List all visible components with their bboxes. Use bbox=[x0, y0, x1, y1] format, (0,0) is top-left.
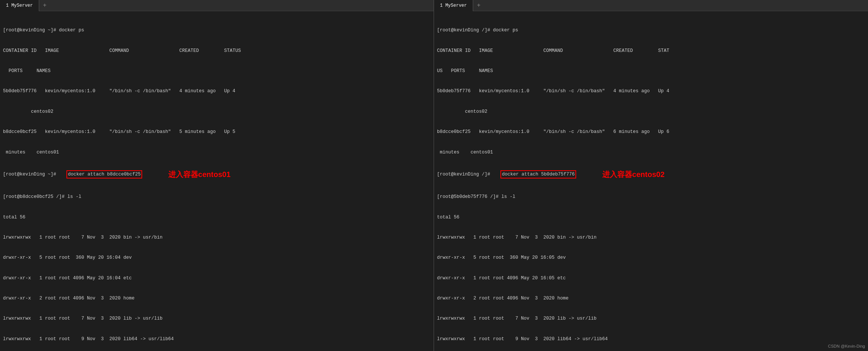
r-line-2: CONTAINER ID IMAGE COMMAND CREATED STAT bbox=[437, 47, 865, 54]
tab-bar-left: 1 MyServer + bbox=[0, 0, 434, 11]
attach-line: [root@kevinDing ~]# docker attach b8dcce… bbox=[3, 169, 431, 180]
r-line-8b: [root@5b0deb75f776 /]# ls -l bbox=[437, 193, 865, 200]
line-lib64: lrwxrwxrwx 1 root root 9 Nov 3 2020 lib6… bbox=[3, 336, 431, 342]
line-etc: drwxr-xr-x 1 root root 4096 May 20 16:04… bbox=[3, 275, 431, 282]
pane-container: [root@kevinDing ~]# docker ps CONTAINER … bbox=[0, 11, 868, 351]
r-attach-cmd-box: docker attach 5b0deb75f776 bbox=[500, 170, 576, 178]
right-terminal[interactable]: [root@kevinDing /]# docker ps CONTAINER … bbox=[434, 11, 868, 351]
line-6: b8dcce0bcf25 kevin/mycentos:1.0 "/bin/sh… bbox=[3, 128, 431, 135]
r-attach-line: [root@kevinDing /]# docker attach 5b0deb… bbox=[437, 169, 865, 180]
r-line-4: 5b0deb75f776 kevin/mycentos:1.0 "/bin/sh… bbox=[437, 88, 865, 94]
r-line-bin: lrwxrwxrwx 1 root root 7 Nov 3 2020 bin … bbox=[437, 234, 865, 241]
r-line-lib: lrwxrwxrwx 1 root root 7 Nov 3 2020 lib … bbox=[437, 315, 865, 322]
r-line-3: US PORTS NAMES bbox=[437, 68, 865, 74]
r-line-6: b8dcce0bcf25 kevin/mycentos:1.0 "/bin/sh… bbox=[437, 128, 865, 135]
r-line-7: minutes centos01 bbox=[437, 149, 865, 156]
line-4: 5b0deb75f776 kevin/mycentos:1.0 "/bin/sh… bbox=[3, 88, 431, 94]
line-2: CONTAINER ID IMAGE COMMAND CREATED STATU… bbox=[3, 47, 431, 54]
line-5: centos02 bbox=[3, 108, 431, 115]
line-1: [root@kevinDing ~]# docker ps bbox=[3, 27, 431, 34]
r-prompt: [root@kevinDing /]# bbox=[437, 171, 493, 178]
r-annotation-centos02: 进入容器centos02 bbox=[602, 169, 665, 180]
line-dev: drwxr-xr-x 5 root root 360 May 20 16:04 … bbox=[3, 254, 431, 261]
r-line-1: [root@kevinDing /]# docker ps bbox=[437, 27, 865, 34]
tab-right-label: 1 MyServer bbox=[440, 3, 467, 8]
tab-bar: 1 MyServer + 1 MyServer + bbox=[0, 0, 868, 11]
line-7: minutes centos01 bbox=[3, 149, 431, 156]
tab-bar-right: 1 MyServer + bbox=[434, 0, 868, 11]
tab-right[interactable]: 1 MyServer bbox=[434, 0, 473, 11]
line-8b: [root@b8dcce0bcf25 /]# ls -l bbox=[3, 193, 431, 200]
line-3: PORTS NAMES bbox=[3, 68, 431, 74]
line-total: total 56 bbox=[3, 214, 431, 221]
r-line-lib64: lrwxrwxrwx 1 root root 9 Nov 3 2020 lib6… bbox=[437, 336, 865, 342]
line-bin: lrwxrwxrwx 1 root root 7 Nov 3 2020 bin … bbox=[3, 234, 431, 241]
r-line-5: centos02 bbox=[437, 108, 865, 115]
prompt-left: [root@kevinDing ~]# bbox=[3, 171, 59, 178]
tab-left-label: 1 MyServer bbox=[6, 3, 33, 8]
tab-left[interactable]: 1 MyServer bbox=[0, 0, 39, 11]
line-home: drwxr-xr-x 2 root root 4096 Nov 3 2020 h… bbox=[3, 295, 431, 302]
r-line-total: total 56 bbox=[437, 214, 865, 221]
r-line-home: drwxr-xr-x 2 root root 4096 Nov 3 2020 h… bbox=[437, 295, 865, 302]
left-terminal[interactable]: [root@kevinDing ~]# docker ps CONTAINER … bbox=[0, 11, 434, 351]
annotation-centos01: 进入容器centos01 bbox=[168, 169, 231, 180]
r-line-dev: drwxr-xr-x 5 root root 360 May 20 16:05 … bbox=[437, 254, 865, 261]
attach-cmd-box: docker attach b8dcce0bcf25 bbox=[66, 170, 142, 178]
watermark: CSDN @Kevin-Ding bbox=[828, 344, 865, 350]
tab-add-right[interactable]: + bbox=[473, 2, 484, 9]
tab-add-left[interactable]: + bbox=[39, 2, 50, 9]
r-line-etc: drwxr-xr-x 1 root root 4096 May 20 16:05… bbox=[437, 275, 865, 282]
line-lib: lrwxrwxrwx 1 root root 7 Nov 3 2020 lib … bbox=[3, 315, 431, 322]
